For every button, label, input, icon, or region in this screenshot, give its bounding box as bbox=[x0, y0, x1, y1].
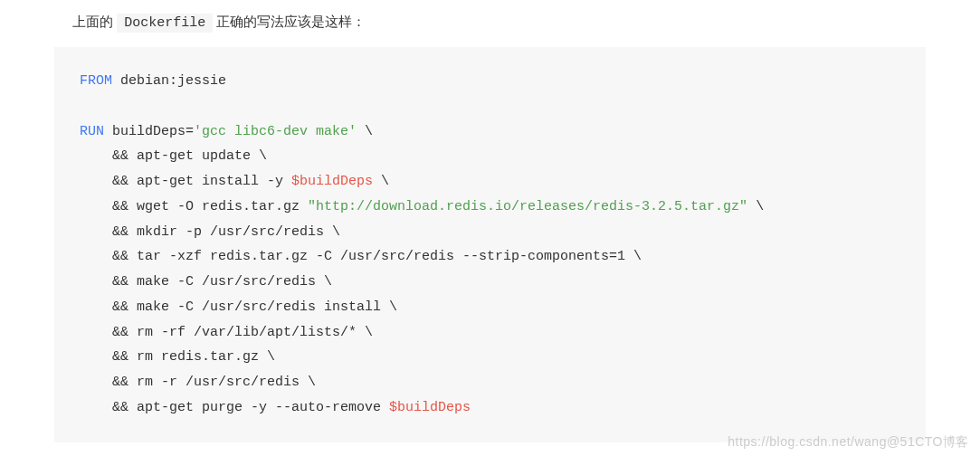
code-string: "http://download.redis.io/releases/redis… bbox=[308, 199, 747, 214]
code-text: \ bbox=[747, 199, 764, 214]
code-text: buildDeps= bbox=[104, 124, 194, 139]
intro-paragraph: 上面的 Dockerfile 正确的写法应该是这样： bbox=[0, 0, 980, 47]
keyword-from: FROM bbox=[80, 73, 112, 89]
code-text: && mkdir -p /usr/src/redis \ bbox=[80, 224, 340, 240]
code-text: && apt-get install -y bbox=[80, 174, 291, 189]
code-variable: $buildDeps bbox=[389, 400, 471, 415]
code-text: && wget -O redis.tar.gz bbox=[80, 199, 308, 214]
watermark: https://blog.csdn.net/wang@51CTO博客 bbox=[728, 434, 969, 451]
code-text: && make -C /usr/src/redis install \ bbox=[80, 299, 397, 315]
inline-code-dockerfile: Dockerfile bbox=[117, 14, 213, 33]
code-text: && apt-get purge -y --auto-remove bbox=[80, 400, 389, 415]
code-text: && tar -xzf redis.tar.gz -C /usr/src/red… bbox=[80, 249, 642, 264]
code-text: && rm -r /usr/src/redis \ bbox=[80, 375, 316, 390]
code-text: && rm -rf /var/lib/apt/lists/* \ bbox=[80, 325, 373, 340]
code-block: FROM debian:jessie RUN buildDeps='gcc li… bbox=[54, 47, 926, 442]
code-variable: $buildDeps bbox=[291, 174, 373, 189]
code-text: \ bbox=[373, 174, 389, 189]
code-string: 'gcc libc6-dev make' bbox=[194, 124, 357, 139]
code-text: && apt-get update \ bbox=[80, 148, 267, 164]
intro-text-after: 正确的写法应该是这样： bbox=[216, 14, 366, 29]
code-text: debian:jessie bbox=[112, 73, 226, 89]
code-text: \ bbox=[357, 124, 373, 139]
code-text: && make -C /usr/src/redis \ bbox=[80, 274, 332, 290]
intro-text-before: 上面的 bbox=[72, 14, 113, 29]
keyword-run: RUN bbox=[80, 124, 104, 139]
code-text: && rm redis.tar.gz \ bbox=[80, 349, 275, 365]
